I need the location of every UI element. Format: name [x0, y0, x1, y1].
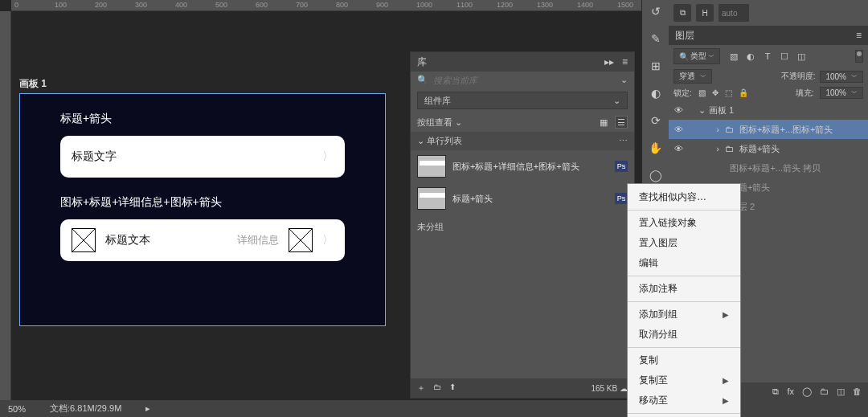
ctx-copy-to[interactable]: 复制至▶	[628, 370, 740, 390]
fill-label: 填充:	[796, 88, 814, 99]
placeholder-icon	[289, 228, 313, 252]
layer-mask-icon[interactable]: ◯	[802, 386, 812, 397]
ctx-add-to-group[interactable]: 添加到组▶	[628, 305, 740, 325]
library-item-label: 图标+标题+详细信息+图标+箭头	[452, 161, 608, 173]
lock-pixels-icon[interactable]: ▧	[698, 88, 706, 97]
grid-view-icon[interactable]: ▦	[597, 116, 610, 129]
list-row-title-arrow[interactable]: 标题文字 〉	[60, 136, 345, 178]
filter-shape-icon[interactable]: ☐	[779, 51, 790, 62]
layer-style-icon[interactable]: fx	[787, 386, 794, 396]
library-ungrouped-label[interactable]: 未分组	[411, 215, 634, 239]
folder-icon: 🗀	[725, 144, 736, 153]
ruler-horizontal: 0 100 200 300 400 500 600 700 800 900 10…	[11, 0, 641, 11]
folder-icon: 🗀	[725, 125, 736, 134]
panel-menu-icon[interactable]: ≡	[622, 56, 628, 67]
panel-menu-icon[interactable]: ≡	[856, 30, 862, 41]
library-select-label: 组件库	[424, 95, 451, 107]
library-item[interactable]: 标题+箭头 Ps	[411, 182, 634, 215]
height-label: H	[696, 4, 714, 22]
layer-row-group[interactable]: 👁 › 🗀 标题+箭头	[669, 139, 868, 158]
layer-row-group[interactable]: 👁 › 🗀 图标+标题+...图标+箭头	[669, 120, 868, 139]
layers-filter-row: 🔍类型﹀ ▧ ◐ T ☐ ◫	[669, 45, 868, 67]
zoom-level[interactable]: 50%	[8, 404, 26, 414]
lock-label: 锁定:	[674, 88, 692, 99]
chevron-right-icon: 〉	[322, 149, 334, 164]
link-wh-icon[interactable]: ⧉	[674, 4, 691, 22]
artboard-1[interactable]: 标题+箭头 标题文字 〉 图标+标题+详细信息+图标+箭头 标题文本 详细信息 …	[19, 93, 386, 326]
swatch-icon[interactable]: ⊞	[648, 58, 664, 74]
libraries-tab[interactable]: 库	[417, 55, 427, 69]
caret-icon[interactable]: ›	[714, 125, 722, 134]
library-select[interactable]: 组件库 ⌄	[417, 92, 628, 109]
group-name: 单行列表	[427, 136, 462, 145]
chevron-down-icon[interactable]: ⌄	[455, 117, 462, 127]
ctx-find-similar[interactable]: 查找相似内容…	[628, 187, 740, 207]
filter-smart-icon[interactable]: ◫	[796, 51, 807, 62]
adjustments-icon[interactable]: ◐	[648, 85, 664, 101]
chevron-down-icon[interactable]: ⌄	[620, 75, 628, 85]
artboard-label[interactable]: 画板 1	[19, 77, 47, 91]
collapse-icon[interactable]: ▸▸	[604, 56, 614, 67]
section-label-2: 图标+标题+详细信息+图标+箭头	[60, 195, 385, 210]
ruler-vertical	[0, 11, 11, 400]
ctx-add-note[interactable]: 添加注释	[628, 279, 740, 299]
lock-all-icon[interactable]: 🔒	[739, 88, 748, 97]
ctx-place-layer[interactable]: 置入图层	[628, 233, 740, 253]
canvas-size-row: ⧉ H	[669, 0, 868, 26]
caret-down-icon: ⌄	[417, 136, 427, 145]
filter-toggle[interactable]	[855, 50, 863, 63]
caret-right-icon[interactable]: ▸	[145, 403, 150, 414]
filter-kind-select[interactable]: 🔍类型﹀	[674, 48, 720, 64]
new-layer-icon[interactable]: ◫	[837, 386, 845, 397]
caret-icon[interactable]: ›	[714, 144, 722, 153]
opacity-input[interactable]: 100%﹀	[820, 71, 863, 83]
library-item[interactable]: 图标+标题+详细信息+图标+箭头 Ps	[411, 150, 634, 182]
ctx-move-to[interactable]: 移动至▶	[628, 390, 740, 411]
placeholder-icon	[72, 228, 96, 252]
ctx-copy[interactable]: 复制	[628, 350, 740, 370]
ctx-place-linked[interactable]: 置入链接对象	[628, 213, 740, 233]
upload-icon[interactable]: ⬆	[449, 382, 456, 394]
filter-type-icon[interactable]: T	[762, 51, 773, 62]
list-view-icon[interactable]: ☰	[615, 116, 628, 129]
rotate-icon[interactable]: ◯	[648, 167, 664, 183]
search-icon: 🔍	[417, 75, 428, 85]
library-group-header[interactable]: ⌄ 单行列表 ⋯	[411, 132, 634, 150]
more-icon[interactable]: ⋯	[619, 136, 628, 146]
document-size: 文档:6.81M/29.9M	[50, 403, 121, 415]
ctx-ungroup[interactable]: 取消分组	[628, 325, 740, 345]
context-menu: 查找相似内容… 置入链接对象 置入图层 编辑 添加注释 添加到组▶ 取消分组 复…	[627, 183, 741, 417]
layers-tab-bar: 图层 ≡	[669, 26, 868, 45]
filter-adjust-icon[interactable]: ◐	[745, 51, 756, 62]
link-layers-icon[interactable]: ⧉	[772, 386, 779, 397]
layer-row-artboard[interactable]: 👁 ⌄ 画板 1	[669, 100, 868, 120]
library-search-input[interactable]	[433, 76, 616, 85]
blend-mode-select[interactable]: 穿透﹀	[674, 69, 712, 84]
visibility-icon[interactable]: 👁	[672, 105, 685, 115]
library-item-thumb	[417, 187, 446, 210]
layer-row-group[interactable]: 图标+标题+...箭头 拷贝	[669, 158, 868, 178]
ps-badge-icon: Ps	[615, 161, 628, 172]
delete-layer-icon[interactable]: 🗑	[853, 386, 862, 396]
brush-icon[interactable]: ✎	[648, 31, 664, 47]
layers-tab[interactable]: 图层	[675, 29, 694, 43]
refresh-icon[interactable]: ⟳	[648, 112, 664, 129]
list-row-icon-title-detail[interactable]: 标题文本 详细信息 〉	[60, 219, 345, 261]
lock-artboard-icon[interactable]: ⬚	[725, 88, 732, 97]
library-size: 165 KB	[591, 384, 617, 393]
lock-position-icon[interactable]: ✥	[712, 88, 719, 97]
add-icon[interactable]: ＋	[417, 382, 425, 394]
fill-input[interactable]: 100%﹀	[820, 87, 863, 99]
view-mode-label[interactable]: 按组查看	[417, 117, 452, 127]
visibility-icon[interactable]: 👁	[672, 144, 685, 153]
history-icon[interactable]: ↺	[648, 3, 664, 19]
caret-icon[interactable]: ⌄	[698, 105, 706, 116]
hand-icon[interactable]: ✋	[648, 140, 664, 156]
visibility-icon[interactable]: 👁	[672, 125, 685, 134]
height-input[interactable]	[719, 4, 749, 22]
new-folder-icon[interactable]: 🗀	[820, 386, 829, 396]
folder-icon[interactable]: 🗀	[433, 382, 441, 394]
filter-pixel-icon[interactable]: ▧	[728, 51, 739, 62]
libraries-panel-header[interactable]: 库 ▸▸ ≡	[411, 52, 634, 72]
ctx-edit[interactable]: 编辑	[628, 253, 740, 273]
